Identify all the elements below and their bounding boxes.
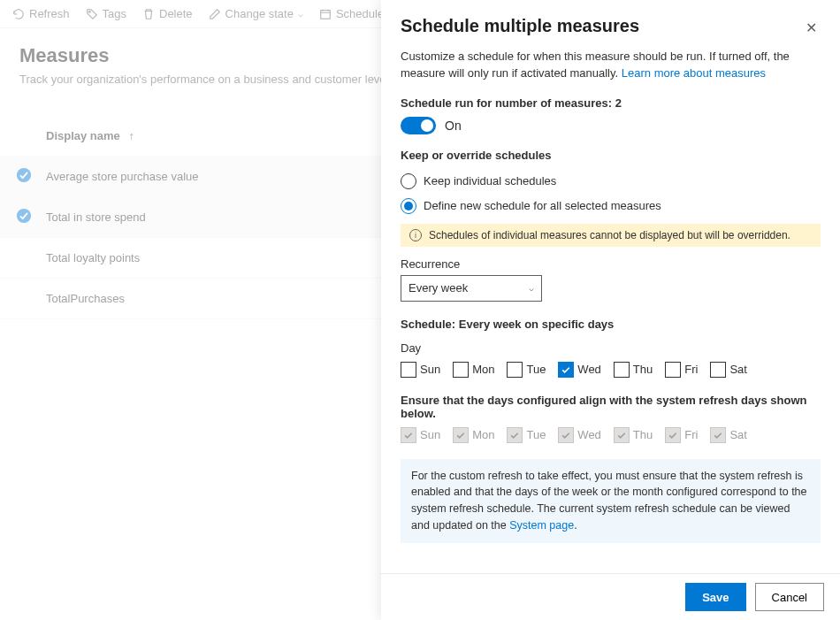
checkbox-icon — [507, 362, 523, 378]
day-checkbox-tue[interactable]: Tue — [507, 362, 546, 378]
recurrence-label: Recurrence — [401, 257, 821, 271]
radio-icon — [401, 173, 416, 189]
day-label: Thu — [633, 363, 653, 376]
checkbox-icon — [710, 362, 726, 378]
checkbox-icon — [401, 362, 416, 378]
system-day-tue: Tue — [507, 427, 546, 443]
refresh-button[interactable]: Refresh — [12, 7, 70, 20]
system-day-wed: Wed — [558, 427, 601, 443]
checkbox-icon — [453, 427, 469, 443]
day-label: Sun — [420, 363, 440, 376]
day-label: Tue — [526, 363, 546, 376]
cancel-button[interactable]: Cancel — [755, 583, 824, 611]
tag-icon — [86, 8, 98, 20]
checkbox-icon — [614, 362, 630, 378]
system-day-fri: Fri — [665, 427, 698, 443]
checkbox-icon — [665, 427, 681, 443]
delete-label: Delete — [159, 7, 193, 20]
system-day-thu: Thu — [614, 427, 653, 443]
info-text: For the custom refresh to take effect, y… — [411, 470, 807, 532]
warning-bar: i Schedules of individual measures canno… — [401, 224, 821, 247]
schedule-summary: Schedule: Every week on specific days — [401, 318, 821, 331]
radio-define-new[interactable]: Define new schedule for all selected mea… — [401, 194, 821, 218]
checkbox-icon — [614, 427, 630, 443]
checkbox-icon — [507, 427, 523, 443]
period: . — [574, 519, 577, 532]
learn-more-link[interactable]: Learn more about measures — [622, 66, 766, 80]
day-label: Fri — [684, 363, 698, 376]
change-state-label: Change state — [225, 7, 294, 20]
sort-arrow-icon: ↑ — [128, 129, 134, 142]
day-label: Tue — [526, 428, 546, 441]
chevron-down-icon: ⌵ — [529, 283, 534, 293]
day-label: Sat — [729, 363, 747, 376]
info-icon: i — [409, 229, 422, 241]
day-checkbox-sat[interactable]: Sat — [710, 362, 747, 378]
day-label: Thu — [633, 428, 653, 441]
system-day-sat: Sat — [710, 427, 747, 443]
day-label: Mon — [472, 363, 494, 376]
schedule-button[interactable]: Schedule — [319, 7, 384, 20]
day-label: Wed — [577, 428, 601, 441]
save-button[interactable]: Save — [685, 583, 745, 611]
info-box: For the custom refresh to take effect, y… — [401, 459, 821, 543]
svg-point-0 — [88, 11, 90, 12]
day-label: Fri — [684, 428, 698, 441]
schedule-toggle[interactable] — [401, 117, 436, 134]
svg-rect-1 — [321, 10, 331, 19]
checkbox-icon — [401, 427, 416, 443]
svg-point-3 — [17, 209, 31, 223]
day-label: Mon — [472, 428, 494, 441]
calendar-icon — [319, 8, 332, 20]
schedule-run-label: Schedule run for number of measures: 2 — [401, 96, 821, 110]
day-checkbox-group: SunMonTueWedThuFriSat — [401, 362, 821, 378]
toggle-label: On — [445, 119, 462, 133]
keep-override-label: Keep or override schedules — [401, 149, 821, 162]
radio-icon — [401, 198, 416, 214]
pencil-icon — [209, 8, 221, 20]
day-label: Sun — [420, 428, 440, 441]
checkbox-icon — [453, 362, 469, 378]
checkbox-icon — [710, 427, 726, 443]
warning-text: Schedules of individual measures cannot … — [429, 229, 790, 241]
checkbox-icon — [558, 362, 574, 378]
recurrence-select[interactable]: Every week ⌵ — [401, 275, 542, 302]
refresh-label: Refresh — [29, 7, 70, 20]
svg-point-2 — [17, 168, 31, 182]
checkbox-icon — [665, 362, 681, 378]
checked-circle-icon[interactable] — [16, 208, 32, 224]
close-button[interactable]: ✕ — [802, 16, 821, 40]
radio-keep-individual[interactable]: Keep individual schedules — [401, 169, 821, 194]
system-day-mon: Mon — [453, 427, 494, 443]
radio-label: Keep individual schedules — [424, 174, 556, 188]
day-checkbox-thu[interactable]: Thu — [614, 362, 653, 378]
radio-label: Define new schedule for all selected mea… — [424, 199, 661, 212]
chevron-down-icon: ⌵ — [298, 9, 303, 19]
day-checkbox-fri[interactable]: Fri — [665, 362, 698, 378]
tags-label: Tags — [103, 7, 126, 20]
schedule-label: Schedule — [336, 7, 384, 20]
system-page-link[interactable]: System page — [509, 519, 574, 532]
checkbox-icon — [558, 427, 574, 443]
change-state-button[interactable]: Change state ⌵ — [209, 7, 303, 20]
day-label: Day — [401, 341, 821, 355]
system-day-sun: Sun — [401, 427, 440, 443]
checked-circle-icon[interactable] — [16, 167, 32, 183]
refresh-icon — [12, 8, 25, 20]
delete-button[interactable]: Delete — [142, 7, 193, 20]
day-checkbox-mon[interactable]: Mon — [453, 362, 494, 378]
day-checkbox-wed[interactable]: Wed — [558, 362, 601, 378]
day-checkbox-sun[interactable]: Sun — [401, 362, 440, 378]
tags-button[interactable]: Tags — [86, 7, 126, 20]
panel-title: Schedule multiple measures — [401, 16, 639, 36]
align-label: Ensure that the days configured align wi… — [401, 394, 821, 420]
system-day-group: SunMonTueWedThuFriSat — [401, 427, 821, 443]
day-label: Wed — [577, 363, 601, 376]
trash-icon — [142, 8, 155, 20]
recurrence-value: Every week — [409, 281, 468, 295]
day-label: Sat — [729, 428, 747, 441]
schedule-panel: Schedule multiple measures ✕ Customize a… — [381, 0, 840, 620]
